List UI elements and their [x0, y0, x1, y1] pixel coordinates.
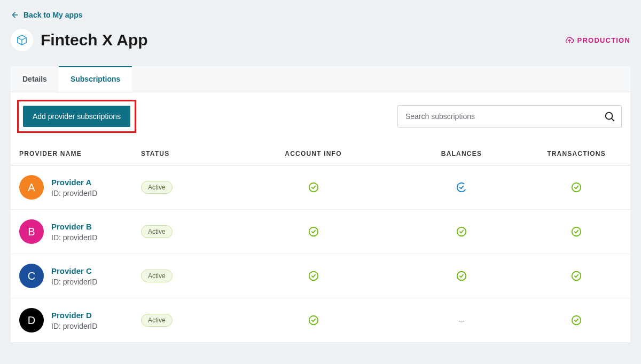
check-circle-icon	[570, 314, 582, 326]
search-icon	[604, 110, 615, 122]
progress-check-icon	[456, 181, 467, 193]
table-row: AProvider AID: providerIDActive	[11, 165, 630, 210]
table-row: BProvider BID: providerIDActive	[11, 210, 630, 254]
search-input[interactable]	[397, 105, 622, 128]
toolbar: Add provider subscriptions	[11, 92, 630, 140]
provider-name-link[interactable]: Provider C	[51, 266, 97, 275]
table-row: CProvider CID: providerIDActive	[11, 254, 630, 298]
cloud-icon	[565, 35, 574, 45]
add-button-highlight: Add provider subscriptions	[17, 100, 136, 133]
check-circle-icon	[308, 314, 319, 326]
status-cell: Active	[141, 270, 234, 282]
search-wrapper	[397, 105, 622, 128]
check-circle-icon	[308, 226, 319, 238]
status-badge: Active	[141, 181, 173, 194]
provider-name-link[interactable]: Provider B	[51, 222, 97, 231]
back-link-label: Back to My apps	[24, 11, 82, 19]
arrow-left-icon	[11, 11, 19, 19]
avatar: B	[19, 219, 44, 244]
table-header: PROVIDER NAME STATUS ACCOUNT INFO BALANC…	[11, 140, 630, 165]
provider-cell: AProvider AID: providerID	[19, 175, 141, 200]
environment-label: PRODUCTION	[577, 36, 630, 44]
balances-cell	[392, 181, 531, 193]
provider-id: ID: providerID	[51, 322, 97, 330]
app-icon	[11, 29, 33, 51]
status-badge: Active	[141, 270, 173, 282]
column-transactions: TRANSACTIONS	[531, 150, 622, 157]
provider-text: Provider AID: providerID	[51, 178, 97, 197]
provider-cell: DProvider DID: providerID	[19, 308, 141, 333]
column-balances: BALANCES	[392, 150, 531, 157]
column-provider-name: PROVIDER NAME	[19, 150, 141, 157]
avatar: D	[19, 308, 44, 333]
cube-icon	[16, 34, 28, 46]
column-status: STATUS	[141, 150, 234, 157]
add-provider-subscriptions-button[interactable]: Add provider subscriptions	[23, 106, 130, 127]
tabs: DetailsSubscriptions	[11, 66, 630, 92]
table-row: DProvider DID: providerIDActive–	[11, 298, 630, 343]
transactions-cell	[531, 270, 622, 282]
account-info-cell	[234, 226, 392, 238]
avatar: C	[19, 264, 44, 288]
provider-id: ID: providerID	[51, 233, 97, 242]
transactions-cell	[531, 226, 622, 238]
provider-cell: BProvider BID: providerID	[19, 219, 141, 244]
environment-badge: PRODUCTION	[565, 35, 630, 45]
balances-cell	[392, 226, 531, 238]
account-info-cell	[234, 270, 392, 282]
svg-line-3	[612, 118, 614, 121]
balances-cell	[392, 270, 531, 282]
account-info-cell	[234, 181, 392, 193]
table-body: AProvider AID: providerIDActiveBProvider…	[11, 165, 630, 343]
tab-details[interactable]: Details	[11, 66, 59, 92]
check-circle-icon	[570, 181, 582, 193]
tab-subscriptions[interactable]: Subscriptions	[59, 66, 132, 92]
provider-text: Provider DID: providerID	[51, 311, 97, 330]
check-circle-icon	[456, 226, 467, 238]
check-circle-icon	[308, 270, 319, 282]
provider-text: Provider BID: providerID	[51, 222, 97, 242]
main-panel: DetailsSubscriptions Add provider subscr…	[11, 66, 630, 343]
balances-cell: –	[392, 315, 531, 326]
check-circle-icon	[456, 270, 467, 282]
status-badge: Active	[141, 314, 173, 327]
back-link[interactable]: Back to My apps	[11, 11, 82, 19]
column-account-info: ACCOUNT INFO	[234, 150, 392, 157]
status-cell: Active	[141, 181, 234, 194]
header: Fintech X App PRODUCTION	[11, 29, 630, 51]
status-cell: Active	[141, 314, 234, 327]
provider-cell: CProvider CID: providerID	[19, 264, 141, 288]
provider-id: ID: providerID	[51, 278, 97, 286]
check-circle-icon	[570, 226, 582, 238]
transactions-cell	[531, 181, 622, 193]
transactions-cell	[531, 314, 622, 326]
dash-icon: –	[459, 315, 464, 326]
page-title: Fintech X App	[41, 31, 148, 49]
provider-name-link[interactable]: Provider A	[51, 178, 97, 187]
check-circle-icon	[570, 270, 582, 282]
account-info-cell	[234, 314, 392, 326]
avatar: A	[19, 175, 44, 200]
check-circle-icon	[308, 181, 319, 193]
provider-name-link[interactable]: Provider D	[51, 311, 97, 320]
provider-id: ID: providerID	[51, 189, 97, 197]
status-cell: Active	[141, 225, 234, 238]
provider-text: Provider CID: providerID	[51, 266, 97, 286]
status-badge: Active	[141, 225, 173, 238]
title-group: Fintech X App	[11, 29, 148, 51]
